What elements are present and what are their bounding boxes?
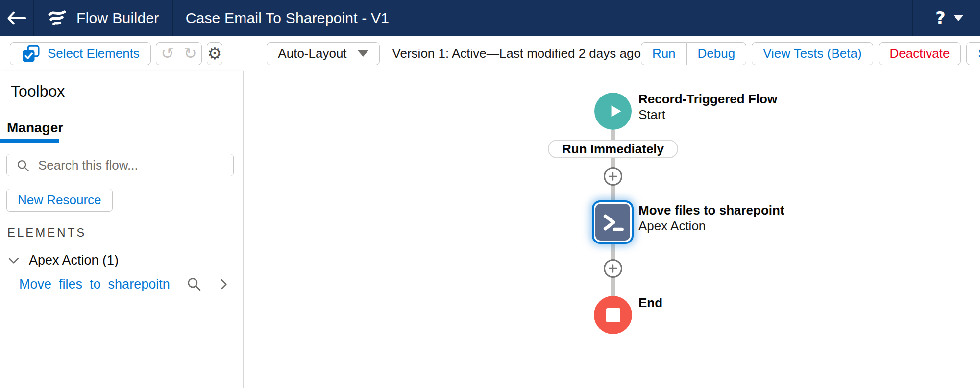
apex-node-label: Move files to sharepoint Apex Action bbox=[638, 202, 784, 234]
item-actions bbox=[186, 276, 231, 292]
start-node-subtitle: Start bbox=[638, 107, 777, 122]
add-element-button-2[interactable] bbox=[604, 259, 622, 278]
tab-manager[interactable]: Manager bbox=[7, 120, 63, 136]
flow-logo-icon bbox=[46, 7, 68, 29]
add-element-button-1[interactable] bbox=[604, 167, 622, 186]
end-node-label: End bbox=[638, 295, 662, 311]
flow-title: Case Email To Sharepoint - V1 bbox=[173, 10, 389, 26]
run-immediately-badge[interactable]: Run Immediately bbox=[548, 140, 678, 158]
redo-button[interactable]: ↻ bbox=[179, 42, 202, 65]
start-node-label: Record-Triggered Flow Start bbox=[638, 91, 777, 122]
toolbox-tabs: Manager bbox=[0, 110, 243, 143]
apex-action-item-link[interactable]: Move_files_to_sharepoitn bbox=[19, 277, 170, 292]
apex-node-subtitle: Apex Action bbox=[638, 218, 784, 234]
app-name: Flow Builder bbox=[76, 10, 159, 26]
version-status: Version 1: Active—Last modified 2 days a… bbox=[392, 46, 641, 61]
select-elements-label: Select Elements bbox=[48, 46, 140, 61]
gear-icon: ⚙ bbox=[207, 45, 222, 62]
apex-action-group-toggle[interactable]: Apex Action (1) bbox=[6, 253, 233, 268]
toolbox-body: New Resource ELEMENTS Apex Action (1) Mo… bbox=[0, 143, 243, 292]
back-button[interactable] bbox=[0, 0, 34, 36]
toolbox-title: Toolbox bbox=[0, 71, 243, 110]
chevron-right-icon[interactable] bbox=[217, 277, 231, 291]
select-elements-button[interactable]: Select Elements bbox=[10, 42, 151, 65]
new-resource-button[interactable]: New Resource bbox=[6, 189, 113, 212]
layout-mode-dropdown[interactable]: Auto-Layout bbox=[267, 42, 379, 65]
toolbar-actions: Run Debug View Tests (Beta) Deactivate S… bbox=[641, 42, 980, 65]
play-icon bbox=[607, 103, 623, 120]
apex-node-body bbox=[595, 204, 630, 241]
help-menu-button[interactable]: ? bbox=[912, 0, 980, 36]
apex-node-title: Move files to sharepoint bbox=[638, 202, 784, 218]
flow-title-section: Case Email To Sharepoint - V1 bbox=[173, 0, 389, 36]
find-usages-icon[interactable] bbox=[186, 276, 202, 292]
layout-mode-label: Auto-Layout bbox=[278, 46, 346, 61]
app-header: Flow Builder Case Email To Sharepoint - … bbox=[0, 0, 980, 36]
app-brand: Flow Builder bbox=[34, 0, 173, 36]
deactivate-button[interactable]: Deactivate bbox=[879, 42, 961, 65]
flow-canvas: Record-Triggered Flow Start Run Immediat… bbox=[244, 71, 980, 388]
flow-toolbar: Select Elements ↺ ↻ ⚙ Auto-Layout Versio… bbox=[0, 36, 980, 71]
terminal-icon bbox=[600, 209, 626, 236]
arrow-left-icon bbox=[6, 10, 27, 26]
plus-icon bbox=[607, 263, 619, 274]
redo-icon: ↻ bbox=[184, 46, 197, 61]
flow-settings-button[interactable]: ⚙ bbox=[207, 42, 222, 65]
search-input[interactable] bbox=[6, 154, 234, 176]
apex-action-group-label: Apex Action (1) bbox=[29, 253, 119, 268]
end-node[interactable] bbox=[594, 296, 632, 334]
flow-search bbox=[6, 154, 234, 176]
apex-action-node[interactable] bbox=[592, 200, 634, 244]
end-node-title: End bbox=[638, 295, 662, 311]
save-as-button[interactable]: Save As bbox=[966, 42, 980, 65]
undo-icon: ↺ bbox=[161, 46, 174, 61]
list-item: Move_files_to_sharepoitn bbox=[6, 276, 233, 292]
select-elements-icon bbox=[21, 44, 41, 63]
start-node-title: Record-Triggered Flow bbox=[638, 91, 777, 107]
help-icon: ? bbox=[935, 9, 946, 27]
elements-heading: ELEMENTS bbox=[7, 226, 233, 240]
active-tab-indicator bbox=[0, 139, 59, 143]
undo-button[interactable]: ↺ bbox=[156, 42, 179, 65]
view-tests-button[interactable]: View Tests (Beta) bbox=[752, 42, 873, 65]
chevron-down-icon bbox=[954, 15, 963, 21]
chevron-down-icon bbox=[6, 253, 21, 268]
flow-builder-app: Flow Builder Case Email To Sharepoint - … bbox=[0, 0, 980, 388]
run-button[interactable]: Run bbox=[641, 42, 686, 65]
search-icon bbox=[16, 159, 30, 172]
header-spacer bbox=[389, 0, 912, 36]
plus-icon bbox=[607, 170, 619, 182]
chevron-down-icon bbox=[358, 50, 368, 57]
start-node[interactable] bbox=[594, 93, 632, 130]
undo-redo-group: ↺ ↻ bbox=[156, 42, 202, 65]
stop-icon bbox=[606, 308, 620, 322]
run-debug-group: Run Debug bbox=[641, 42, 746, 65]
debug-button[interactable]: Debug bbox=[686, 42, 747, 65]
toolbox-panel: Toolbox Manager New Resource ELEMENTS Ap… bbox=[0, 71, 244, 388]
